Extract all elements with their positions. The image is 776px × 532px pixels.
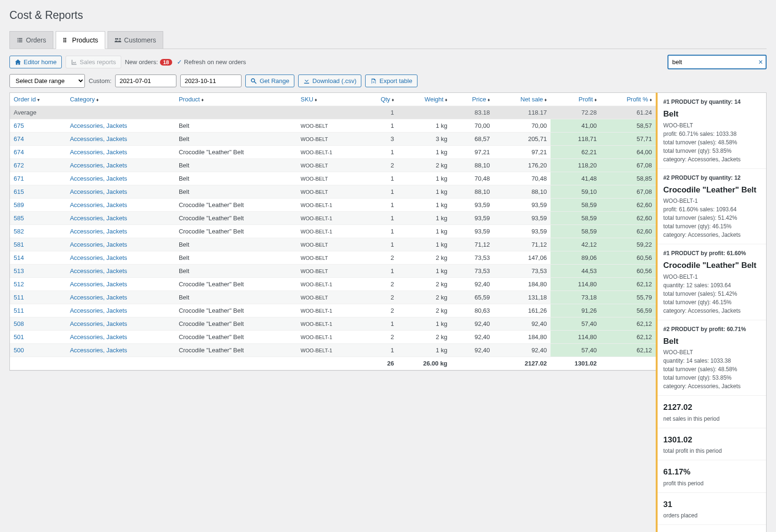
weight-value: 1 kg — [398, 119, 451, 133]
order-id-link[interactable]: 674 — [10, 146, 66, 159]
weight-value: 2 kg — [398, 251, 451, 265]
category-link[interactable]: Accessories, Jackets — [66, 238, 175, 251]
tab-orders[interactable]: Orders — [9, 31, 53, 49]
svg-point-3 — [65, 38, 67, 39]
download-csv-button[interactable]: Download (.csv) — [298, 75, 361, 87]
col-profit[interactable]: Profit♦ — [551, 93, 601, 106]
product-name: Crocodile "Leather" Belt — [175, 344, 297, 357]
profit-value: 73,18 — [551, 291, 601, 304]
products-table: Average 1 83.18 118.17 72.28 61.24 Order… — [9, 92, 656, 371]
order-id-link[interactable]: 675 — [10, 119, 66, 133]
price-value: 88,10 — [451, 159, 493, 172]
qty-value: 1 — [363, 212, 398, 225]
category-link[interactable]: Accessories, Jackets — [66, 133, 175, 146]
qty-value: 1 — [363, 265, 398, 278]
sales-reports-button[interactable]: Sales reports — [66, 56, 121, 68]
order-id-link[interactable]: 508 — [10, 317, 66, 331]
col-price[interactable]: Price♦ — [451, 93, 493, 106]
col-product[interactable]: Product♦ — [175, 93, 297, 106]
profit-value: 57,40 — [551, 317, 601, 331]
order-id-link[interactable]: 512 — [10, 278, 66, 291]
product-name: Belt — [175, 133, 297, 146]
search-input[interactable] — [668, 55, 767, 69]
date-range-select[interactable]: Select Date range — [9, 74, 85, 88]
average-row: Average 1 83.18 118.17 72.28 61.24 — [10, 106, 656, 119]
weight-value: 1 kg — [398, 238, 451, 251]
net-value: 93,59 — [494, 225, 551, 238]
col-weight[interactable]: Weight♦ — [398, 93, 451, 106]
chart-icon — [71, 59, 77, 66]
category-link[interactable]: Accessories, Jackets — [66, 344, 175, 357]
category-link[interactable]: Accessories, Jackets — [66, 159, 175, 172]
net-value: 73,53 — [494, 265, 551, 278]
sku-value: WOO-BELT — [297, 238, 362, 251]
summary-product-1-profit: #1 PRODUCT by profit: 61.60% Crocodile "… — [658, 244, 766, 320]
tab-label: Customers — [124, 36, 156, 44]
order-id-link[interactable]: 500 — [10, 344, 66, 357]
order-id-link[interactable]: 581 — [10, 238, 66, 251]
category-link[interactable]: Accessories, Jackets — [66, 212, 175, 225]
order-id-link[interactable]: 513 — [10, 265, 66, 278]
order-id-link[interactable]: 672 — [10, 159, 66, 172]
category-link[interactable]: Accessories, Jackets — [66, 291, 175, 304]
col-net[interactable]: Net sale♦ — [494, 93, 551, 106]
category-link[interactable]: Accessories, Jackets — [66, 172, 175, 185]
profit-pct-value: 60,56 — [601, 251, 656, 265]
order-id-link[interactable]: 582 — [10, 225, 66, 238]
weight-value: 1 kg — [398, 172, 451, 185]
weight-value: 1 kg — [398, 199, 451, 212]
col-category[interactable]: Category♦ — [66, 93, 175, 106]
category-link[interactable]: Accessories, Jackets — [66, 278, 175, 291]
clear-search-icon[interactable]: × — [759, 58, 763, 66]
col-order-id[interactable]: Order id▾ — [10, 93, 66, 106]
order-id-link[interactable]: 674 — [10, 133, 66, 146]
category-link[interactable]: Accessories, Jackets — [66, 331, 175, 344]
weight-value: 2 kg — [398, 331, 451, 344]
col-qty[interactable]: Qty♦ — [363, 93, 398, 106]
order-id-link[interactable]: 589 — [10, 199, 66, 212]
table-row: 585Accessories, JacketsCrocodile "Leathe… — [10, 212, 656, 225]
category-link[interactable]: Accessories, Jackets — [66, 317, 175, 331]
get-range-button[interactable]: Get Range — [245, 75, 294, 87]
profit-value: 57,40 — [551, 344, 601, 357]
col-sku[interactable]: SKU♦ — [297, 93, 362, 106]
category-link[interactable]: Accessories, Jackets — [66, 199, 175, 212]
weight-value: 1 kg — [398, 265, 451, 278]
users-icon — [115, 37, 121, 43]
qty-value: 1 — [363, 119, 398, 133]
date-to-input[interactable] — [180, 75, 242, 87]
export-table-button[interactable]: Export table — [365, 75, 417, 87]
qty-value: 1 — [363, 238, 398, 251]
order-id-link[interactable]: 501 — [10, 331, 66, 344]
category-link[interactable]: Accessories, Jackets — [66, 119, 175, 133]
category-link[interactable]: Accessories, Jackets — [66, 251, 175, 265]
date-from-input[interactable] — [115, 75, 176, 87]
page-title: Cost & Reports — [9, 5, 767, 24]
tab-customers[interactable]: Customers — [108, 31, 163, 49]
check-icon: ✓ — [177, 58, 182, 66]
category-link[interactable]: Accessories, Jackets — [66, 265, 175, 278]
order-id-link[interactable]: 511 — [10, 291, 66, 304]
tab-products[interactable]: Products — [56, 31, 105, 49]
editor-home-button[interactable]: Editor home — [9, 56, 62, 68]
col-profit-pct[interactable]: Profit %♦ — [601, 93, 656, 106]
qty-value: 1 — [363, 146, 398, 159]
net-value: 161,26 — [494, 304, 551, 317]
order-id-link[interactable]: 615 — [10, 185, 66, 199]
qty-value: 1 — [363, 199, 398, 212]
order-id-link[interactable]: 511 — [10, 304, 66, 317]
svg-point-1 — [63, 40, 65, 41]
profit-pct-value: 62,60 — [601, 212, 656, 225]
net-value: 70,00 — [494, 119, 551, 133]
product-name: Belt — [175, 251, 297, 265]
refresh-toggle[interactable]: ✓ Refresh on new orders — [176, 58, 246, 66]
order-id-link[interactable]: 585 — [10, 212, 66, 225]
category-link[interactable]: Accessories, Jackets — [66, 304, 175, 317]
category-link[interactable]: Accessories, Jackets — [66, 185, 175, 199]
category-link[interactable]: Accessories, Jackets — [66, 225, 175, 238]
sku-value: WOO-BELT-1 — [297, 212, 362, 225]
order-id-link[interactable]: 514 — [10, 251, 66, 265]
category-link[interactable]: Accessories, Jackets — [66, 146, 175, 159]
price-value: 70,48 — [451, 172, 493, 185]
order-id-link[interactable]: 671 — [10, 172, 66, 185]
